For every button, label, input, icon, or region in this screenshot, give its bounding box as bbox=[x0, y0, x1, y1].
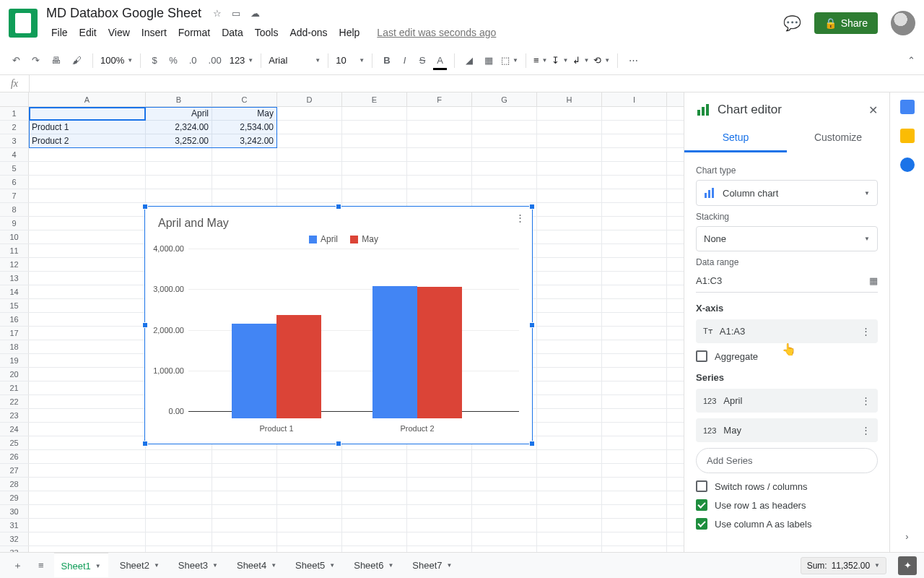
cell[interactable] bbox=[407, 176, 472, 189]
chart-kebab-menu[interactable]: ⋮ bbox=[515, 212, 525, 223]
cell[interactable] bbox=[29, 491, 146, 504]
cell[interactable] bbox=[407, 519, 472, 532]
cell[interactable] bbox=[29, 176, 146, 189]
cell[interactable] bbox=[342, 162, 407, 175]
col-header-d[interactable]: D bbox=[277, 92, 342, 106]
cell[interactable] bbox=[212, 148, 277, 161]
row-header[interactable]: 29 bbox=[0, 491, 29, 504]
cell[interactable] bbox=[472, 505, 537, 518]
vertical-align-button[interactable]: ↧▼ bbox=[552, 55, 568, 66]
cell[interactable] bbox=[146, 189, 212, 202]
cell[interactable] bbox=[146, 162, 212, 175]
more-formats-select[interactable]: 123▼ bbox=[230, 55, 254, 66]
series-april[interactable]: 123 April ⋮ bbox=[696, 389, 878, 413]
tab-setup[interactable]: Setup bbox=[684, 124, 787, 152]
cell[interactable] bbox=[29, 395, 146, 408]
row-header[interactable]: 19 bbox=[0, 354, 29, 367]
keep-icon[interactable] bbox=[900, 129, 915, 143]
cell[interactable] bbox=[537, 258, 602, 271]
cell[interactable] bbox=[29, 340, 146, 353]
cell[interactable] bbox=[29, 299, 146, 312]
cell[interactable] bbox=[277, 491, 342, 504]
cell[interactable] bbox=[602, 436, 667, 449]
row-header[interactable]: 20 bbox=[0, 368, 29, 381]
quicksum-box[interactable]: Sum: 11,352.00▼ bbox=[801, 557, 886, 574]
cell[interactable] bbox=[472, 134, 537, 147]
cell[interactable] bbox=[537, 436, 602, 449]
cell[interactable]: 2,534.00 bbox=[212, 121, 277, 134]
cell[interactable] bbox=[537, 176, 602, 189]
cell[interactable] bbox=[29, 450, 146, 463]
share-button[interactable]: 🔒 Share bbox=[814, 12, 878, 34]
cell[interactable] bbox=[29, 313, 146, 326]
italic-button[interactable]: I bbox=[398, 53, 411, 68]
row-header[interactable]: 6 bbox=[0, 176, 29, 189]
menu-help[interactable]: Help bbox=[334, 25, 365, 40]
select-range-icon[interactable]: ▦ bbox=[869, 275, 878, 286]
stacking-select[interactable]: None ▼ bbox=[696, 226, 878, 251]
cell[interactable] bbox=[602, 244, 667, 257]
move-icon[interactable]: ▭ bbox=[232, 8, 240, 19]
switch-rows-cols-checkbox[interactable]: Switch rows / columns bbox=[696, 480, 878, 492]
cell[interactable] bbox=[602, 423, 667, 436]
cell[interactable] bbox=[277, 176, 342, 189]
cell[interactable] bbox=[602, 230, 667, 243]
cell[interactable] bbox=[602, 381, 667, 394]
all-sheets-button[interactable]: ≡ bbox=[32, 557, 50, 574]
series-may-kebab[interactable]: ⋮ bbox=[861, 425, 871, 436]
cell[interactable] bbox=[602, 299, 667, 312]
col-header-b[interactable]: B bbox=[146, 92, 212, 106]
cell[interactable] bbox=[277, 546, 342, 552]
cell[interactable] bbox=[146, 478, 212, 491]
cell[interactable] bbox=[472, 162, 537, 175]
cell[interactable] bbox=[212, 505, 277, 518]
embedded-chart[interactable]: ⋮ April and May April May 0.001,000.002,… bbox=[144, 206, 533, 444]
col-header-g[interactable]: G bbox=[472, 92, 537, 106]
cell[interactable] bbox=[407, 532, 472, 545]
percent-button[interactable]: % bbox=[165, 53, 181, 68]
zoom-select[interactable]: 100%▼ bbox=[100, 55, 133, 66]
cell[interactable] bbox=[537, 148, 602, 161]
more-toolbar-button[interactable]: ⋯ bbox=[625, 53, 642, 68]
cell[interactable] bbox=[472, 519, 537, 532]
row-header[interactable]: 7 bbox=[0, 189, 29, 202]
cell[interactable] bbox=[29, 423, 146, 436]
sheet-tab-5[interactable]: Sheet5▼ bbox=[288, 554, 342, 577]
cell[interactable] bbox=[537, 272, 602, 285]
row-header[interactable]: 4 bbox=[0, 148, 29, 161]
cell[interactable] bbox=[407, 464, 472, 477]
cell[interactable] bbox=[29, 532, 146, 545]
row-header[interactable]: 33 bbox=[0, 546, 29, 552]
last-edit-link[interactable]: Last edit was seconds ago bbox=[372, 25, 501, 40]
cell[interactable] bbox=[537, 532, 602, 545]
cell[interactable] bbox=[537, 134, 602, 147]
calendar-icon[interactable] bbox=[900, 100, 915, 114]
cell[interactable] bbox=[277, 450, 342, 463]
cell[interactable] bbox=[537, 121, 602, 134]
cell[interactable] bbox=[472, 148, 537, 161]
cell[interactable] bbox=[277, 134, 342, 147]
cell[interactable] bbox=[407, 450, 472, 463]
bold-button[interactable]: B bbox=[380, 53, 393, 68]
col-header-f[interactable]: F bbox=[407, 92, 472, 106]
x-axis-kebab[interactable]: ⋮ bbox=[861, 326, 871, 337]
cell[interactable] bbox=[602, 546, 667, 552]
cloud-status-icon[interactable]: ☁ bbox=[250, 8, 260, 19]
sheet-tab-7[interactable]: Sheet7▼ bbox=[405, 554, 459, 577]
cell[interactable] bbox=[537, 244, 602, 257]
cell[interactable] bbox=[602, 395, 667, 408]
font-size-select[interactable]: 10▼ bbox=[336, 55, 365, 66]
cell[interactable] bbox=[212, 464, 277, 477]
cell[interactable] bbox=[472, 491, 537, 504]
cell[interactable] bbox=[342, 107, 407, 120]
cell[interactable] bbox=[146, 148, 212, 161]
cell[interactable] bbox=[602, 272, 667, 285]
cell[interactable] bbox=[407, 189, 472, 202]
menu-view[interactable]: View bbox=[103, 25, 135, 40]
cell[interactable] bbox=[342, 519, 407, 532]
redo-button[interactable]: ↷ bbox=[28, 53, 43, 68]
cell[interactable] bbox=[602, 478, 667, 491]
sheet-tab-3[interactable]: Sheet3▼ bbox=[171, 554, 225, 577]
cell[interactable] bbox=[277, 121, 342, 134]
sheet-tab-4[interactable]: Sheet4▼ bbox=[230, 554, 284, 577]
